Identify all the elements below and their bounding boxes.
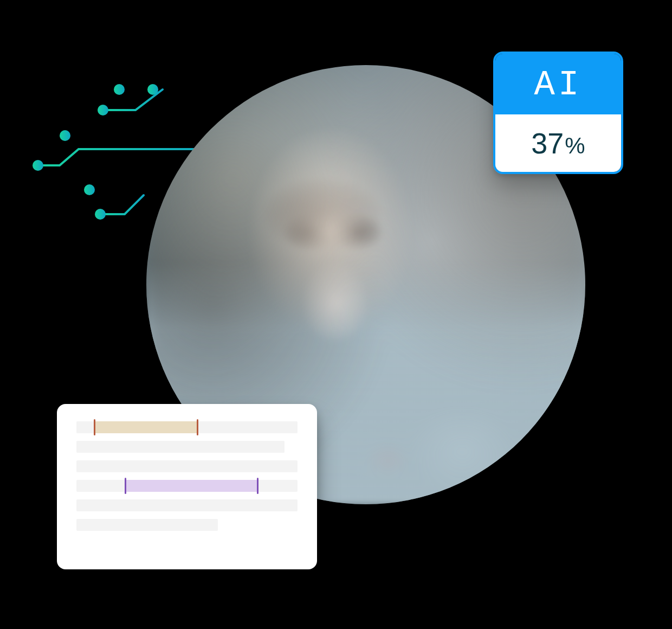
doc-line-4 — [76, 480, 298, 492]
svg-point-3 — [60, 130, 70, 141]
ai-badge-value-row: 37% — [495, 114, 621, 172]
svg-point-2 — [98, 105, 108, 115]
svg-point-0 — [114, 84, 125, 95]
svg-point-4 — [33, 160, 43, 171]
svg-point-6 — [95, 209, 106, 220]
highlight-tan — [94, 421, 198, 433]
document-card — [57, 404, 317, 569]
composition-stage: AI 37% — [0, 0, 672, 629]
highlight-purple — [125, 480, 258, 492]
ai-badge-unit: % — [565, 133, 585, 159]
svg-point-5 — [84, 184, 95, 195]
svg-point-1 — [147, 84, 158, 95]
ai-badge-label: AI — [495, 54, 621, 114]
ai-badge-value: 37 — [531, 126, 564, 160]
doc-line-1 — [76, 421, 298, 433]
ai-percentage-badge: AI 37% — [493, 52, 623, 174]
